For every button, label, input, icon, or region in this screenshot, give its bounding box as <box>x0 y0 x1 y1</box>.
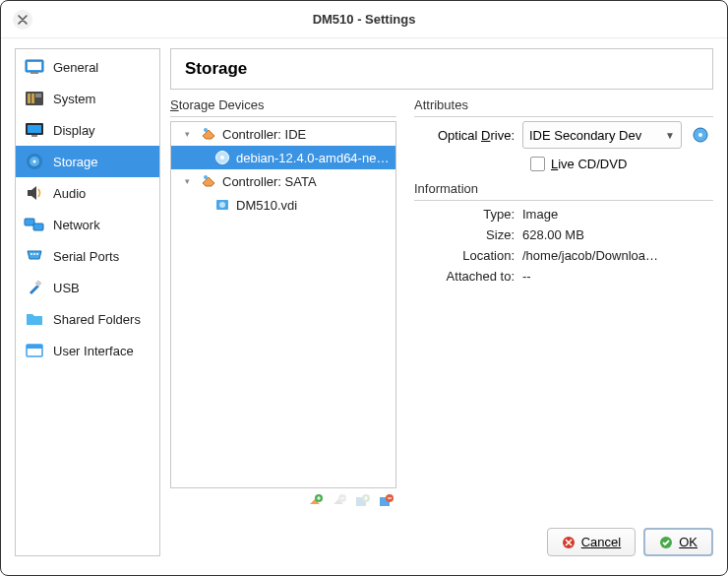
svg-rect-18 <box>34 280 41 287</box>
tree-disk-dm510[interactable]: DM510.vdi <box>171 193 395 217</box>
tree-label: debian-12.4.0-amd64-neti... <box>236 151 390 165</box>
remove-controller-button[interactable] <box>330 492 347 510</box>
svg-rect-4 <box>28 94 30 103</box>
tree-controller-sata[interactable]: ▾ Controller: SATA <box>171 169 395 193</box>
usb-icon <box>24 279 45 296</box>
info-label-size: Size: <box>414 227 522 242</box>
sidebar-item-label: System <box>53 92 95 106</box>
sidebar-item-shared-folders[interactable]: Shared Folders <box>16 303 159 335</box>
add-controller-button[interactable] <box>306 492 324 510</box>
svg-rect-6 <box>35 94 41 97</box>
shared-folders-icon <box>24 310 45 328</box>
sidebar-item-system[interactable]: System <box>16 83 159 114</box>
info-label-type: Type: <box>414 207 522 222</box>
add-attachment-icon <box>354 493 370 509</box>
svg-rect-14 <box>33 224 43 230</box>
storage-toolbar <box>170 488 396 510</box>
info-value-size: 628.00 MB <box>522 227 713 242</box>
serial-ports-icon <box>24 247 45 265</box>
storage-tree[interactable]: ▾ Controller: IDE debian-12.4.0-amd64-ne… <box>170 121 396 488</box>
sidebar-item-label: Network <box>53 218 100 232</box>
svg-point-23 <box>220 156 224 160</box>
svg-rect-20 <box>27 345 42 349</box>
disk-icon <box>214 197 230 213</box>
svg-point-16 <box>33 253 35 255</box>
close-window-button[interactable] <box>13 10 32 30</box>
sidebar-item-audio[interactable]: Audio <box>16 177 159 209</box>
add-controller-icon <box>307 493 323 509</box>
svg-point-12 <box>33 160 36 163</box>
cancel-button[interactable]: Cancel <box>547 528 636 556</box>
info-label-location: Location: <box>414 248 522 263</box>
controller-icon <box>201 173 216 189</box>
disc-icon <box>214 150 230 165</box>
info-label-attached: Attached to: <box>414 269 522 284</box>
svg-point-15 <box>30 253 32 255</box>
sidebar-item-label: Shared Folders <box>53 312 141 327</box>
svg-point-17 <box>36 253 38 255</box>
audio-icon <box>24 184 45 202</box>
remove-attachment-icon <box>378 493 394 509</box>
sidebar-item-general[interactable]: General <box>16 51 159 83</box>
svg-rect-8 <box>28 125 41 133</box>
svg-point-34 <box>698 133 702 137</box>
network-icon <box>24 216 45 233</box>
general-icon <box>24 58 45 76</box>
svg-point-21 <box>204 128 208 132</box>
svg-rect-13 <box>25 219 34 225</box>
display-icon <box>24 121 45 139</box>
remove-attachment-button[interactable] <box>377 492 394 510</box>
sidebar: General System Display Storage Audio Net… <box>15 48 160 556</box>
svg-rect-9 <box>31 135 37 137</box>
sidebar-item-label: User Interface <box>53 344 134 358</box>
choose-disk-button[interactable] <box>688 122 713 148</box>
cancel-icon <box>562 536 576 549</box>
svg-rect-1 <box>28 62 41 70</box>
titlebar: DM510 - Settings <box>1 1 727 38</box>
sidebar-item-user-interface[interactable]: User Interface <box>16 335 159 366</box>
info-value-type: Image <box>522 207 713 222</box>
sidebar-item-label: USB <box>53 281 80 295</box>
system-icon <box>24 90 45 107</box>
page-title: Storage <box>170 48 713 90</box>
info-value-location: /home/jacob/Downloa… <box>522 248 713 263</box>
tree-controller-ide[interactable]: ▾ Controller: IDE <box>171 122 395 146</box>
svg-point-24 <box>204 175 208 179</box>
tree-label: Controller: SATA <box>222 174 317 189</box>
chevron-down-icon: ▼ <box>661 130 675 141</box>
attributes-label: Attributes <box>414 97 713 117</box>
sidebar-item-network[interactable]: Network <box>16 209 159 240</box>
optical-drive-label: Optical Drive: <box>414 128 522 143</box>
tree-disc-debian[interactable]: debian-12.4.0-amd64-neti... <box>171 146 395 169</box>
storage-icon <box>24 153 45 170</box>
ok-label: OK <box>679 535 698 549</box>
sidebar-item-usb[interactable]: USB <box>16 272 159 303</box>
sidebar-item-display[interactable]: Display <box>16 114 159 146</box>
sidebar-item-label: General <box>53 60 98 75</box>
window-title: DM510 - Settings <box>42 12 686 27</box>
live-cd-label[interactable]: Live CD/DVD <box>551 157 627 171</box>
info-value-attached: -- <box>522 269 713 284</box>
optical-drive-value: IDE Secondary Dev <box>529 128 641 143</box>
ok-button[interactable]: OK <box>643 528 713 556</box>
sidebar-item-storage[interactable]: Storage <box>16 146 159 177</box>
expander-icon[interactable]: ▾ <box>185 176 195 186</box>
svg-rect-5 <box>31 94 34 103</box>
svg-rect-2 <box>30 72 38 74</box>
svg-point-26 <box>219 202 225 208</box>
sidebar-item-label: Serial Ports <box>53 249 119 264</box>
sidebar-item-label: Audio <box>53 186 86 201</box>
controller-icon <box>201 126 216 142</box>
tree-label: Controller: IDE <box>222 127 306 142</box>
sidebar-item-label: Storage <box>53 155 98 169</box>
live-cd-checkbox[interactable] <box>530 157 545 171</box>
close-icon <box>18 15 28 25</box>
sidebar-item-serial-ports[interactable]: Serial Ports <box>16 240 159 272</box>
add-attachment-button[interactable] <box>353 492 371 510</box>
tree-label: DM510.vdi <box>236 198 297 213</box>
expander-icon[interactable]: ▾ <box>185 129 195 139</box>
user-interface-icon <box>24 342 45 359</box>
disc-choose-icon <box>692 126 709 144</box>
optical-drive-select[interactable]: IDE Secondary Dev ▼ <box>522 121 682 149</box>
remove-controller-icon <box>331 493 346 509</box>
